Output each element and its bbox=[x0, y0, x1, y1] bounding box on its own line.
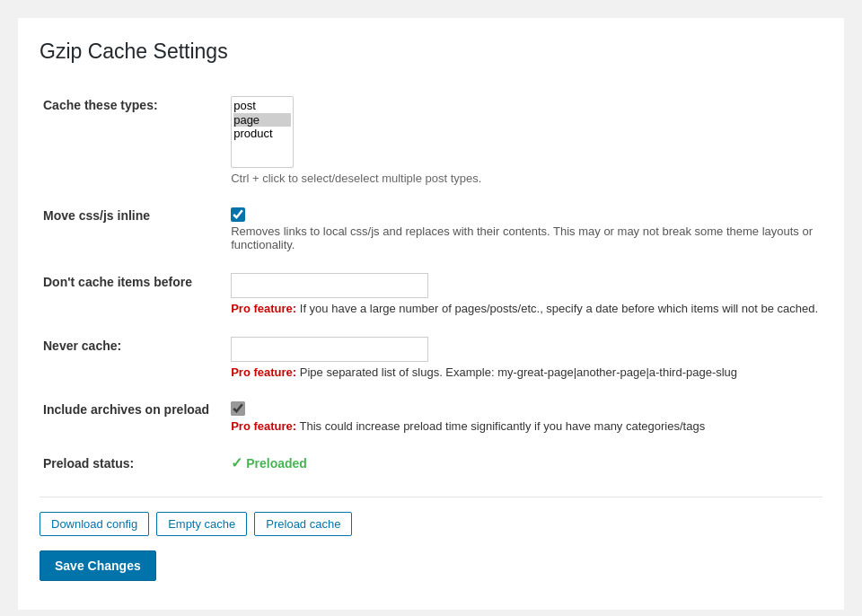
row-move-css-js: Move css/js inline Removes links to loca… bbox=[40, 196, 822, 262]
row-never-cache: Never cache: Pro feature: Pipe separated… bbox=[40, 326, 822, 390]
preload-check-icon: ✓ bbox=[231, 454, 242, 471]
include-archives-wrapper bbox=[231, 400, 819, 416]
move-css-js-checkbox[interactable] bbox=[231, 207, 245, 222]
preload-status-text: Preloaded bbox=[246, 456, 307, 471]
settings-table: Cache these types: post page product Ctr… bbox=[40, 85, 822, 482]
dont-cache-before-input[interactable] bbox=[231, 273, 428, 298]
save-changes-button[interactable]: Save Changes bbox=[40, 550, 156, 581]
dont-cache-before-pro-label: Pro feature: bbox=[231, 302, 296, 315]
preload-status-wrapper: ✓ Preloaded bbox=[231, 454, 819, 471]
row-cache-types: Cache these types: post page product Ctr… bbox=[40, 85, 822, 196]
download-config-button[interactable]: Download config bbox=[40, 512, 149, 536]
option-product[interactable]: product bbox=[233, 127, 291, 141]
never-cache-pro-label: Pro feature: bbox=[231, 365, 296, 379]
include-archives-checkbox[interactable] bbox=[231, 401, 245, 416]
label-move-css-js: Move css/js inline bbox=[40, 196, 227, 262]
cache-types-hint: Ctrl + click to select/deselect multiple… bbox=[231, 172, 819, 185]
include-archives-pro-note: Pro feature: This could increase preload… bbox=[231, 419, 819, 433]
never-cache-pro-text: Pipe separated list of slugs. Example: m… bbox=[300, 365, 737, 379]
row-include-archives: Include archives on preload Pro feature:… bbox=[40, 390, 822, 444]
option-page[interactable]: page bbox=[233, 113, 291, 128]
cell-never-cache: Pro feature: Pipe separated list of slug… bbox=[227, 326, 822, 390]
option-post[interactable]: post bbox=[233, 99, 291, 113]
action-buttons-row: Download config Empty cache Preload cach… bbox=[40, 512, 822, 536]
cache-types-select[interactable]: post page product bbox=[231, 96, 294, 168]
dont-cache-before-pro-text: If you have a large number of pages/post… bbox=[300, 302, 818, 315]
label-cache-types: Cache these types: bbox=[40, 85, 227, 196]
cell-cache-types: post page product Ctrl + click to select… bbox=[227, 85, 822, 196]
row-dont-cache-before: Don't cache items before Pro feature: If… bbox=[40, 262, 822, 326]
cell-move-css-js: Removes links to local css/js and replac… bbox=[227, 196, 822, 262]
never-cache-pro-note: Pro feature: Pipe separated list of slug… bbox=[231, 365, 819, 379]
page-title: Gzip Cache Settings bbox=[40, 40, 822, 64]
cell-dont-cache-before: Pro feature: If you have a large number … bbox=[227, 262, 822, 326]
cell-preload-status: ✓ Preloaded bbox=[227, 444, 822, 482]
move-css-js-wrapper bbox=[231, 207, 819, 222]
never-cache-input[interactable] bbox=[231, 337, 428, 362]
empty-cache-button[interactable]: Empty cache bbox=[156, 512, 247, 536]
label-include-archives: Include archives on preload bbox=[40, 390, 227, 444]
include-archives-pro-text: This could increase preload time signifi… bbox=[300, 419, 706, 433]
cell-include-archives: Pro feature: This could increase preload… bbox=[227, 390, 822, 444]
dont-cache-before-pro-note: Pro feature: If you have a large number … bbox=[231, 302, 819, 315]
move-css-js-description: Removes links to local css/js and replac… bbox=[231, 224, 819, 251]
preload-cache-button[interactable]: Preload cache bbox=[254, 512, 352, 536]
label-preload-status: Preload status: bbox=[40, 444, 227, 482]
row-preload-status: Preload status: ✓ Preloaded bbox=[40, 444, 822, 482]
label-never-cache: Never cache: bbox=[40, 326, 227, 390]
label-dont-cache-before: Don't cache items before bbox=[40, 262, 227, 326]
divider bbox=[40, 497, 822, 497]
include-archives-pro-label: Pro feature: bbox=[231, 419, 296, 433]
